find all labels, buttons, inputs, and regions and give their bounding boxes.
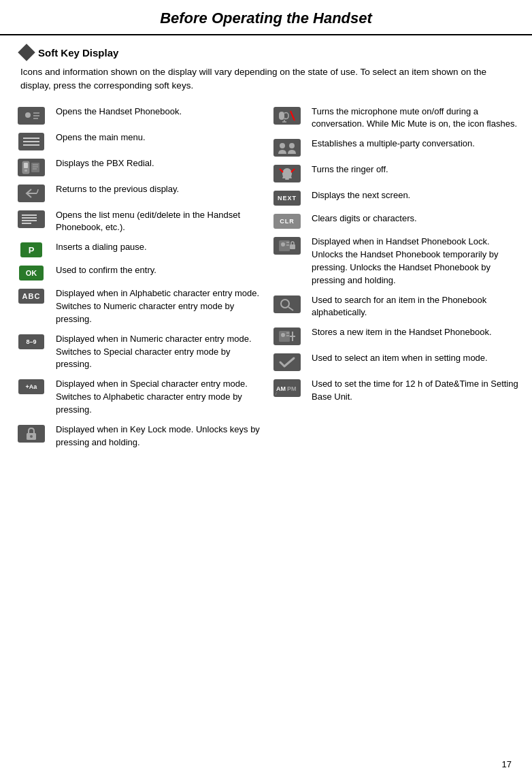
num-desc: Displayed when in Numeric character entr… bbox=[56, 333, 263, 372]
phonebook-icon bbox=[14, 106, 49, 125]
svg-point-13 bbox=[30, 435, 33, 438]
ok-icon: OK bbox=[14, 264, 49, 281]
list-item: Opens the main menu. bbox=[14, 131, 263, 150]
mute-desc: Turns the microphone mute on/off during … bbox=[312, 106, 518, 131]
ampm-desc: Used to set the time for 12 h of Date&Ti… bbox=[312, 378, 518, 404]
pblock-icon bbox=[269, 236, 305, 255]
list-item: Turns the microphone mute on/off during … bbox=[269, 106, 518, 131]
keylock-desc: Displayed when in Key Lock mode. Unlocks… bbox=[56, 424, 263, 449]
search-icon bbox=[269, 294, 305, 313]
list-desc: Opens the list menu (edit/delete in the … bbox=[56, 209, 263, 235]
abc-desc: Displayed when in Alphabetic character e… bbox=[56, 287, 263, 326]
phonebook-desc: Opens the Handset Phonebook. bbox=[56, 106, 263, 118]
num-icon: 8–9 bbox=[14, 333, 49, 349]
mute-icon bbox=[269, 106, 305, 125]
pause-icon: P bbox=[14, 241, 49, 257]
multiparty-desc: Establishes a multiple-party conversatio… bbox=[312, 138, 518, 150]
clr-desc: Clears digits or characters. bbox=[312, 212, 518, 225]
next-icon: NEXT bbox=[269, 189, 305, 206]
ringer-desc: Turns the ringer off. bbox=[312, 163, 518, 176]
section-title-text: Soft Key Display bbox=[38, 47, 118, 59]
special-icon: +Aa bbox=[14, 378, 49, 394]
list-item: OK Used to confirm the entry. bbox=[14, 264, 263, 281]
page-title: Before Operating the Handset bbox=[14, 10, 518, 27]
list-item: Used to select an item when in setting m… bbox=[269, 352, 518, 371]
multiparty-icon bbox=[269, 138, 305, 157]
right-column: Turns the microphone mute on/off during … bbox=[269, 106, 518, 456]
svg-point-1 bbox=[25, 112, 31, 118]
redial-icon bbox=[14, 157, 49, 176]
diamond-icon bbox=[18, 44, 35, 61]
svg-point-18 bbox=[280, 143, 285, 148]
svg-line-21 bbox=[280, 169, 283, 172]
pblock-desc: Displayed when in Handset Phonebook Lock… bbox=[312, 236, 518, 287]
page-header: Before Operating the Handset bbox=[0, 0, 532, 35]
ringer-icon bbox=[269, 163, 305, 182]
list-item: CLR Clears digits or characters. bbox=[269, 212, 518, 229]
section-title: Soft Key Display bbox=[20, 46, 512, 59]
list-icon bbox=[14, 209, 49, 228]
keylock-icon bbox=[14, 424, 49, 443]
svg-line-29 bbox=[288, 307, 293, 310]
list-item: AM / PM Used to set the time for 12 h of… bbox=[269, 378, 518, 404]
list-item: 8–9 Displayed when in Numeric character … bbox=[14, 333, 263, 372]
svg-rect-27 bbox=[290, 244, 295, 249]
svg-line-17 bbox=[290, 111, 295, 121]
menu-desc: Opens the main menu. bbox=[56, 131, 263, 144]
left-column: Opens the Handset Phonebook. Opens the m… bbox=[14, 106, 263, 456]
list-item: Establishes a multiple-party conversatio… bbox=[269, 138, 518, 157]
svg-text:AM: AM bbox=[276, 385, 286, 392]
back-desc: Returns to the previous display. bbox=[56, 183, 263, 196]
ok-desc: Used to confirm the entry. bbox=[56, 264, 263, 277]
list-item: Turns the ringer off. bbox=[269, 163, 518, 182]
menu-icon bbox=[14, 131, 49, 150]
list-item: NEXT Displays the next screen. bbox=[269, 189, 518, 206]
search-desc: Used to search for an item in the Phoneb… bbox=[312, 294, 518, 320]
list-item: P Inserts a dialing pause. bbox=[14, 241, 263, 257]
svg-rect-7 bbox=[24, 170, 27, 172]
svg-rect-8 bbox=[31, 163, 39, 172]
list-item: Stores a new item in the Handset Phonebo… bbox=[269, 326, 518, 345]
svg-point-28 bbox=[281, 300, 289, 308]
intro-text: Icons and information shown on the displ… bbox=[20, 65, 512, 93]
svg-rect-14 bbox=[279, 112, 284, 120]
store-icon bbox=[269, 326, 305, 345]
clr-icon: CLR bbox=[269, 212, 305, 229]
abc-icon: ABC bbox=[14, 287, 49, 304]
list-item: Displays the PBX Redial. bbox=[14, 157, 263, 176]
redial-desc: Displays the PBX Redial. bbox=[56, 157, 263, 170]
svg-point-19 bbox=[289, 143, 295, 148]
svg-point-24 bbox=[281, 242, 285, 246]
svg-line-22 bbox=[291, 169, 295, 172]
list-item: ABC Displayed when in Alphabetic charact… bbox=[14, 287, 263, 326]
select-icon bbox=[269, 352, 305, 371]
next-desc: Displays the next screen. bbox=[312, 189, 518, 202]
back-icon bbox=[14, 183, 49, 202]
svg-text:PM: PM bbox=[287, 385, 297, 392]
icon-columns: Opens the Handset Phonebook. Opens the m… bbox=[14, 106, 518, 456]
list-item: Displayed when in Key Lock mode. Unlocks… bbox=[14, 424, 263, 449]
svg-rect-6 bbox=[24, 163, 28, 168]
list-item: Used to search for an item in the Phoneb… bbox=[269, 294, 518, 320]
list-item: Opens the list menu (edit/delete in the … bbox=[14, 209, 263, 235]
pause-desc: Inserts a dialing pause. bbox=[56, 241, 263, 254]
list-item: Displayed when in Handset Phonebook Lock… bbox=[269, 236, 518, 287]
page-number: 17 bbox=[502, 759, 512, 769]
svg-point-31 bbox=[281, 333, 285, 337]
store-desc: Stores a new item in the Handset Phonebo… bbox=[312, 326, 518, 339]
svg-rect-20 bbox=[285, 178, 289, 180]
list-item: +Aa Displayed when in Special character … bbox=[14, 378, 263, 417]
select-desc: Used to select an item when in setting m… bbox=[312, 352, 518, 365]
special-desc: Displayed when in Special character entr… bbox=[56, 378, 263, 417]
list-item: Returns to the previous display. bbox=[14, 183, 263, 202]
list-item: Opens the Handset Phonebook. bbox=[14, 106, 263, 125]
ampm-icon: AM / PM bbox=[269, 378, 305, 397]
